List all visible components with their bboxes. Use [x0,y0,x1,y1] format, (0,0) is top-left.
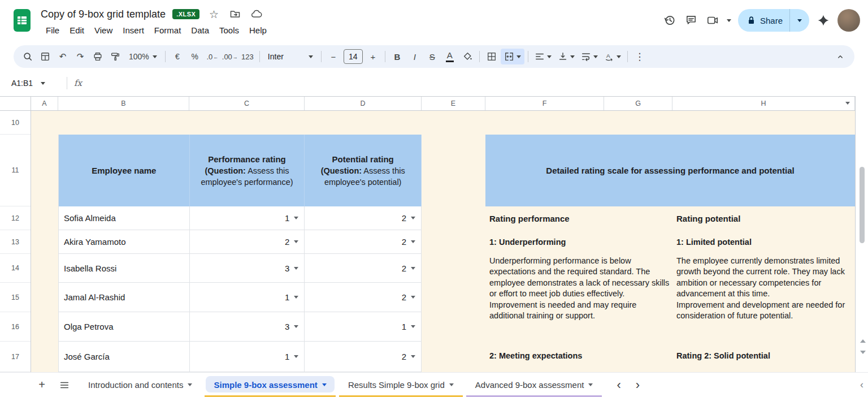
menu-format[interactable]: Format [149,24,186,36]
cell-employee-name[interactable]: Jamal Al-Rashid [59,283,190,312]
star-icon[interactable]: ☆ [206,7,221,21]
cell-potential-level1[interactable]: 1: Limited potential [676,230,752,254]
column-header-b[interactable]: B [58,97,189,110]
move-folder-icon[interactable] [228,7,242,21]
scroll-left-edge-icon[interactable]: ‹ [860,379,863,390]
font-family-select[interactable]: Inter [263,49,318,64]
rating-dropdown-icon[interactable] [411,267,415,270]
tab-dropdown-icon[interactable] [188,383,192,386]
cell-performance-rating[interactable]: 3 [190,254,305,283]
cell-potential-rating[interactable]: 2 [305,254,422,283]
scroll-down-icon[interactable] [860,351,866,354]
column-header-e[interactable]: E [422,97,485,110]
row-header-12[interactable]: 12 [0,206,31,230]
column-header-c[interactable]: C [189,97,305,110]
cell-potential-rating[interactable]: 2 [305,206,422,230]
name-box[interactable]: A1:B1 [8,76,64,90]
tab-dropdown-icon[interactable] [322,383,327,386]
strikethrough-icon[interactable]: S [424,49,441,64]
text-rotation-control[interactable]: A [601,49,624,64]
row-header-16[interactable]: 16 [0,312,31,342]
cell-rating-potential-header[interactable]: Rating potential [676,206,740,230]
zoom-control[interactable]: 100% [124,49,162,64]
cell-potential-rating[interactable]: 2 [305,283,422,312]
tabs-scroll-right-button[interactable]: › [636,379,640,391]
share-button[interactable]: Share [738,9,789,32]
cell-employee-name-header[interactable]: Employee name [59,135,190,206]
sheet-canvas[interactable]: Employee name Performance rating (Questi… [31,111,855,372]
rating-dropdown-icon[interactable] [411,217,415,219]
row-header-17[interactable]: 17 [0,342,31,372]
column-header-h[interactable]: H [672,97,855,110]
rating-dropdown-icon[interactable] [294,296,298,299]
menu-file[interactable]: File [41,24,64,36]
vertical-scrollbar[interactable] [855,96,868,372]
sheets-logo-icon[interactable] [13,8,31,32]
rating-dropdown-icon[interactable] [294,240,298,243]
meet-camera-icon[interactable] [705,13,720,28]
cell-potential-level1-description[interactable]: The employee currently demonstrates limi… [676,256,853,321]
print-icon[interactable] [89,49,106,64]
scrollbar-thumb[interactable] [860,167,865,243]
row-header-11[interactable]: 11 [0,135,31,206]
bold-icon[interactable]: B [389,49,406,64]
rating-dropdown-icon[interactable] [411,325,415,328]
rating-dropdown-icon[interactable] [411,296,415,299]
cell-employee-name[interactable]: Isabella Rossi [59,254,190,283]
cell-performance-level2[interactable]: 2: Meeting expectations [489,342,582,370]
cell-employee-name[interactable]: José García [59,342,190,372]
increase-font-size-button[interactable]: + [364,49,381,64]
cell-performance-rating[interactable]: 1 [190,342,305,372]
fill-color-icon[interactable] [459,49,476,64]
font-size-input[interactable]: 14 [344,49,363,64]
comments-icon[interactable] [684,13,698,28]
column-header-a[interactable]: A [31,97,58,110]
column-header-g[interactable]: G [604,97,672,110]
column-h-dropdown-icon[interactable] [845,102,850,105]
percent-format-icon[interactable]: % [186,49,203,64]
search-menus-icon[interactable] [19,49,36,64]
more-toolbar-icon[interactable]: ⋮ [631,49,648,64]
cell-performance-rating[interactable]: 2 [190,230,305,254]
tab-dropdown-icon[interactable] [449,383,454,386]
cell-performance-level1[interactable]: 1: Underperforming [489,230,566,254]
cell-performance-rating[interactable]: 1 [190,206,305,230]
rating-dropdown-icon[interactable] [411,355,415,358]
menu-help[interactable]: Help [244,24,272,36]
decrease-decimal-icon[interactable]: .0← [204,49,221,64]
menu-tools[interactable]: Tools [214,24,244,36]
cell-potential-level2[interactable]: Rating 2: Solid potential [676,342,770,370]
column-header-f[interactable]: F [485,97,604,110]
cell-employee-name[interactable]: Olga Petrova [59,312,190,342]
version-history-icon[interactable] [662,13,677,28]
camera-dropdown-icon[interactable] [727,19,731,22]
tab-advanced-9-box-assessment[interactable]: Advanced 9-box assessment [466,373,602,397]
table-chart-icon[interactable] [37,49,54,64]
menu-data[interactable]: Data [186,24,214,36]
text-color-icon[interactable]: A [441,49,458,64]
collapse-toolbar-icon[interactable] [832,49,849,64]
cell-performance-level1-description[interactable]: Underperforming performance is below exp… [489,256,672,321]
text-wrap-control[interactable] [578,49,601,64]
horizontal-align-control[interactable] [532,49,554,64]
row-header-13[interactable]: 13 [0,230,31,254]
undo-icon[interactable]: ↶ [54,49,71,64]
rating-dropdown-icon[interactable] [294,267,298,270]
cell-performance-rating-header[interactable]: Performance rating (Question: Assess thi… [190,135,305,206]
column-header-d[interactable]: D [305,97,422,110]
cloud-status-icon[interactable] [249,7,264,21]
borders-icon[interactable] [483,49,500,64]
cell-rating-performance-header[interactable]: Rating performance [489,206,570,230]
italic-icon[interactable]: I [406,49,423,64]
scroll-up-icon[interactable] [860,339,866,343]
cell-employee-name[interactable]: Sofia Almeida [59,206,190,230]
rating-dropdown-icon[interactable] [294,355,298,358]
cell-performance-rating[interactable]: 3 [190,312,305,342]
document-title[interactable]: Copy of 9-box grid template [41,8,166,20]
gemini-sparkle-icon[interactable] [816,13,831,28]
redo-icon[interactable]: ↷ [72,49,89,64]
cell-employee-name[interactable]: Akira Yamamoto [59,230,190,254]
menu-edit[interactable]: Edit [64,24,89,36]
menu-view[interactable]: View [89,24,118,36]
all-sheets-menu-button[interactable] [53,375,76,395]
